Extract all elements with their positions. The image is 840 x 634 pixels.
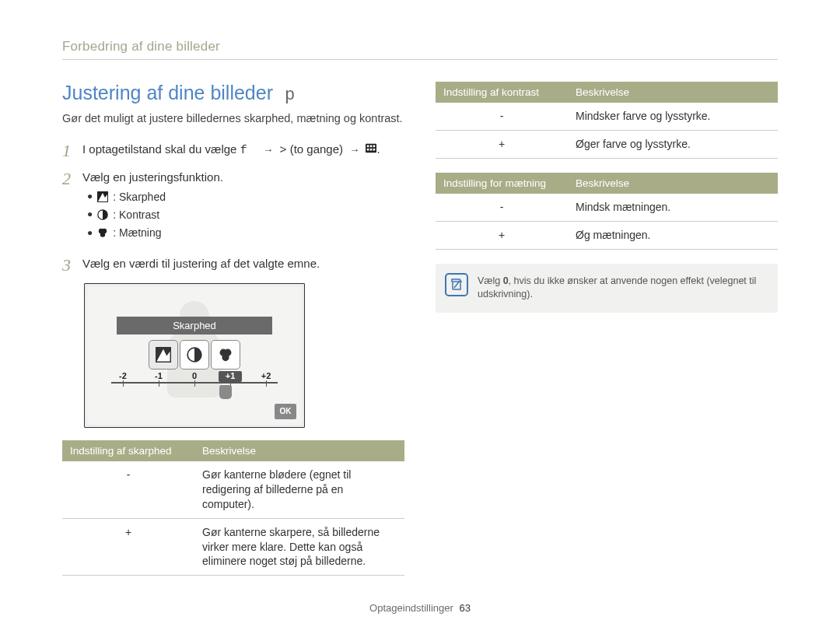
right-column: Indstilling af kontrast Beskrivelse - Mi… bbox=[436, 82, 778, 590]
step-1-prefix: I optagetilstand skal du vælge bbox=[82, 142, 240, 156]
saturation-icon bbox=[211, 340, 240, 370]
step-1-suffix: . bbox=[376, 142, 380, 156]
cell-key: + bbox=[62, 518, 194, 576]
cell-desc: Gør kanterne blødere (egnet til redigeri… bbox=[194, 461, 404, 518]
th: Beskrivelse bbox=[194, 440, 404, 461]
section-title-suffix: p bbox=[285, 86, 295, 105]
list-item: ● : Skarphed bbox=[87, 189, 223, 205]
saturation-table: Indstilling for mætning Beskrivelse - Mi… bbox=[436, 173, 778, 250]
sharpness-icon bbox=[97, 191, 108, 202]
contrast-table: Indstilling af kontrast Beskrivelse - Mi… bbox=[436, 82, 778, 159]
step-1-paren: (to gange) bbox=[290, 142, 343, 156]
svg-rect-2 bbox=[370, 145, 373, 147]
th: Beskrivelse bbox=[568, 173, 778, 194]
contrast-icon bbox=[97, 209, 108, 220]
cell-key: - bbox=[436, 194, 568, 221]
arrow-icon: → bbox=[263, 144, 273, 156]
sublist-label: : Kontrast bbox=[113, 207, 159, 222]
step-1-mono: f bbox=[240, 144, 247, 157]
cell-desc: Øg mætningen. bbox=[568, 221, 778, 249]
cell-desc: Mindsk mætningen. bbox=[568, 194, 778, 221]
svg-point-16 bbox=[222, 354, 229, 361]
note-text-prefix: Vælg bbox=[478, 275, 503, 286]
camera-screenshot: Skarphed -2 -1 bbox=[84, 283, 305, 428]
sublist-label: : Mætning bbox=[113, 225, 161, 240]
svg-rect-4 bbox=[367, 149, 369, 151]
step-3-text: Vælg en værdi til justering af det valgt… bbox=[82, 255, 320, 275]
page-footer: Optageindstillinger 63 bbox=[0, 602, 840, 614]
step-3-number: 3 bbox=[62, 255, 82, 275]
sharpness-table: Indstilling af skarphed Beskrivelse - Gø… bbox=[62, 440, 404, 576]
table-row: - Mindsk mætningen. bbox=[436, 194, 778, 221]
tick: -2 bbox=[111, 371, 135, 382]
step-1-body: I optagetilstand skal du vælge f → > (to… bbox=[82, 141, 380, 161]
table-row: + Gør kanterne skarpere, så billederne v… bbox=[62, 518, 404, 576]
cell-desc: Gør kanterne skarpere, så billederne vir… bbox=[194, 518, 404, 576]
screenshot-label: Skarphed bbox=[117, 317, 272, 335]
ok-button: OK bbox=[275, 404, 296, 419]
th: Beskrivelse bbox=[568, 82, 778, 103]
bullet-icon: ● bbox=[87, 190, 93, 203]
svg-rect-3 bbox=[373, 145, 376, 147]
saturation-icon bbox=[97, 227, 108, 238]
scale-handle-icon bbox=[219, 385, 232, 399]
screenshot-scale: -2 -1 0 +1 +2 bbox=[111, 380, 278, 384]
th: Indstilling af kontrast bbox=[436, 82, 568, 103]
bullet-icon: ● bbox=[87, 226, 93, 240]
sharpness-icon bbox=[149, 340, 178, 370]
cell-key: + bbox=[436, 221, 568, 249]
left-column: Justering af dine billeder p Gør det mul… bbox=[62, 82, 404, 590]
note-text-suffix: , hvis du ikke ønsker at anvende nogen e… bbox=[478, 275, 756, 300]
section-title-text: Justering af dine billeder bbox=[62, 82, 273, 103]
step-2: 2 Vælg en justeringsfunktion. ● : Skarph… bbox=[62, 169, 404, 247]
svg-point-11 bbox=[100, 233, 105, 237]
footer-label: Optageindstillinger bbox=[369, 602, 453, 614]
svg-rect-6 bbox=[373, 149, 376, 151]
tip-callout: Vælg 0, hvis du ikke ønsker at anvende n… bbox=[436, 264, 778, 313]
tick: +2 bbox=[254, 371, 278, 382]
table-row: - Gør kanterne blødere (egnet til redige… bbox=[62, 461, 404, 518]
list-item: ● : Mætning bbox=[87, 225, 223, 240]
step-1-number: 1 bbox=[62, 141, 82, 161]
cell-desc: Øger farve og lysstyrke. bbox=[568, 130, 778, 158]
cell-key: - bbox=[436, 103, 568, 130]
tick: 0 bbox=[183, 371, 206, 382]
breadcrumb: Forbedring af dine billeder bbox=[62, 39, 778, 60]
cell-desc: Mindsker farve og lysstyrke. bbox=[568, 103, 778, 130]
sublist-label: : Skarphed bbox=[113, 189, 166, 205]
table-row: - Mindsker farve og lysstyrke. bbox=[436, 103, 778, 130]
step-3: 3 Vælg en værdi til justering af det val… bbox=[62, 255, 404, 275]
step-2-text: Vælg en justeringsfunktion. bbox=[82, 169, 223, 186]
th: Indstilling for mætning bbox=[436, 173, 568, 194]
section-intro: Gør det muligt at justere billedernes sk… bbox=[62, 111, 404, 127]
svg-rect-1 bbox=[367, 145, 369, 147]
step-1-chev: > bbox=[279, 144, 286, 157]
section-title: Justering af dine billeder p bbox=[62, 82, 404, 105]
bullet-icon: ● bbox=[87, 208, 93, 221]
tick: -1 bbox=[147, 371, 170, 382]
table-row: + Øg mætningen. bbox=[436, 221, 778, 249]
svg-rect-0 bbox=[366, 143, 376, 152]
tick-selected: +1 bbox=[219, 371, 242, 382]
th: Indstilling af skarphed bbox=[62, 440, 194, 461]
note-bold: 0 bbox=[503, 275, 509, 286]
note-icon bbox=[445, 273, 468, 296]
step-1: 1 I optagetilstand skal du vælge f → > (… bbox=[62, 141, 404, 161]
arrow-icon: → bbox=[349, 144, 359, 156]
step-2-number: 2 bbox=[62, 169, 82, 247]
cell-key: + bbox=[436, 130, 568, 158]
table-row: + Øger farve og lysstyrke. bbox=[436, 130, 778, 158]
list-item: ● : Kontrast bbox=[87, 207, 223, 222]
cell-key: - bbox=[62, 461, 194, 518]
svg-rect-5 bbox=[370, 149, 373, 151]
screenshot-icon-row bbox=[149, 340, 240, 370]
table-icon bbox=[366, 143, 376, 154]
contrast-icon bbox=[180, 340, 209, 370]
page-number: 63 bbox=[459, 602, 470, 614]
